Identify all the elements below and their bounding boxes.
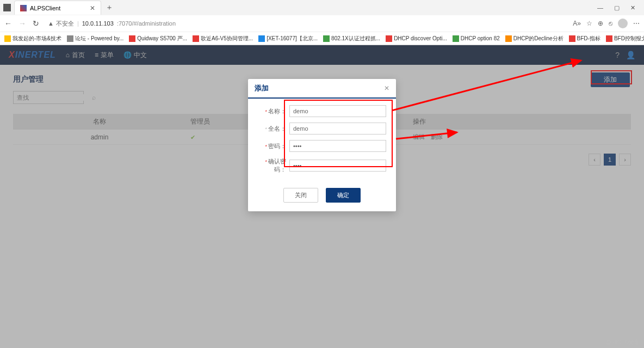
bookmarks-bar: 我发起的-市场&技术 论坛 - Powered by... Quidway S5…	[0, 32, 644, 45]
new-tab-button[interactable]: ＋	[101, 3, 117, 13]
bookmark-item[interactable]: [XET-16077]【北京...	[258, 35, 318, 42]
back-icon[interactable]: ←	[4, 19, 12, 28]
modal-header: 添加 ✕	[248, 79, 396, 99]
profile-avatar-icon[interactable]	[618, 19, 628, 28]
voice-search-icon[interactable]: A»	[573, 20, 581, 27]
bookmark-item[interactable]: 论坛 - Powered by...	[67, 35, 123, 42]
reading-list-icon[interactable]: ⊕	[598, 20, 603, 27]
close-window-icon[interactable]: ✕	[628, 2, 637, 14]
tab-close-icon[interactable]: ✕	[90, 4, 95, 12]
address-bar: ← → ↻ ▲ 不安全 | 10.0.11.103:7070/#/adminis…	[0, 15, 644, 32]
modal-title: 添加	[255, 83, 269, 93]
bookmark-icon	[67, 35, 73, 42]
bookmark-item[interactable]: BFD控制报文格式	[606, 35, 644, 42]
url-box[interactable]: ▲ 不安全 | 10.0.11.103:7070/#/administratio…	[45, 18, 567, 29]
bookmark-icon	[193, 35, 199, 42]
app-wrapper: XINERTEL ⌂首页 ≡菜单 🌐中文 ? 👤 用户管理 添加 ⌕ 名称 管理…	[0, 45, 644, 348]
bookmark-item[interactable]: DHCP option 82	[453, 35, 500, 42]
tab-title: ALPSClient	[30, 5, 60, 11]
watermark: @51CTO博客	[606, 339, 640, 346]
name-input[interactable]	[289, 105, 386, 117]
nav-icons: ← → ↻	[4, 19, 39, 28]
bookmark-item[interactable]: Quidway S5700 严...	[129, 35, 187, 42]
browser-chrome: ALPSClient ✕ ＋ — ▢ ✕ ← → ↻ ▲ 不安全 | 10.0.…	[0, 0, 644, 45]
browser-tab[interactable]: ALPSClient ✕	[14, 1, 101, 15]
field-name: *名称：	[258, 105, 386, 117]
bookmark-icon	[323, 35, 330, 42]
bookmark-item[interactable]: 我发起的-市场&技术	[4, 35, 61, 42]
insecure-badge: ▲ 不安全	[48, 20, 74, 28]
tab-bar: ALPSClient ✕ ＋ — ▢ ✕	[0, 0, 644, 15]
ok-button[interactable]: 确定	[326, 188, 361, 203]
bookmark-icon	[505, 35, 512, 42]
bookmark-item[interactable]: DHCP的Decline分析	[505, 35, 564, 42]
bookmark-icon	[606, 35, 612, 42]
confirm-input[interactable]	[289, 160, 386, 172]
modal-close-icon[interactable]: ✕	[384, 84, 389, 92]
url-host: 10.0.11.103	[82, 20, 114, 27]
more-icon[interactable]: ⋯	[633, 20, 640, 27]
window-controls: — ▢ ✕	[595, 2, 644, 14]
bookmark-icon	[453, 35, 459, 42]
modal-footer: 关闭 确定	[248, 182, 396, 211]
fullname-input[interactable]	[289, 123, 386, 135]
bookmark-icon	[386, 35, 392, 42]
bookmark-icon	[4, 35, 11, 42]
collections-icon[interactable]: ⎋	[609, 20, 612, 27]
favorites-icon[interactable]: ☆	[586, 20, 592, 27]
close-button[interactable]: 关闭	[283, 188, 318, 203]
field-password: *密码：	[258, 140, 386, 152]
forward-icon[interactable]: →	[18, 19, 26, 28]
bookmark-item[interactable]: 歌近A6-V5协同管理...	[193, 35, 253, 42]
bookmark-icon	[129, 35, 135, 42]
field-confirm: *确认密码：	[258, 157, 386, 174]
url-path: :7070/#/administration	[117, 20, 176, 27]
bookmark-item[interactable]: BFD-指标	[569, 35, 600, 42]
modal-body: *名称： *全名： *密码： *确认密码：	[248, 99, 396, 182]
password-input[interactable]	[289, 140, 386, 152]
bookmark-item[interactable]: 802.1X认证过程抓...	[323, 35, 380, 42]
address-icons: A» ☆ ⊕ ⎋ ⋯	[573, 19, 640, 28]
bookmark-item[interactable]: DHCP discover Opti...	[386, 35, 447, 42]
minimize-icon[interactable]: —	[595, 2, 605, 14]
add-user-modal: 添加 ✕ *名称： *全名： *密码： *确认密码： 关闭 确	[248, 79, 396, 211]
refresh-icon[interactable]: ↻	[33, 19, 39, 28]
bookmark-icon	[258, 35, 265, 42]
maximize-icon[interactable]: ▢	[612, 2, 622, 14]
warning-icon: ▲	[48, 20, 54, 27]
bookmark-icon	[569, 35, 575, 42]
app-window-icon	[3, 4, 11, 11]
field-fullname: *全名：	[258, 123, 386, 135]
tab-favicon-icon	[20, 5, 27, 11]
